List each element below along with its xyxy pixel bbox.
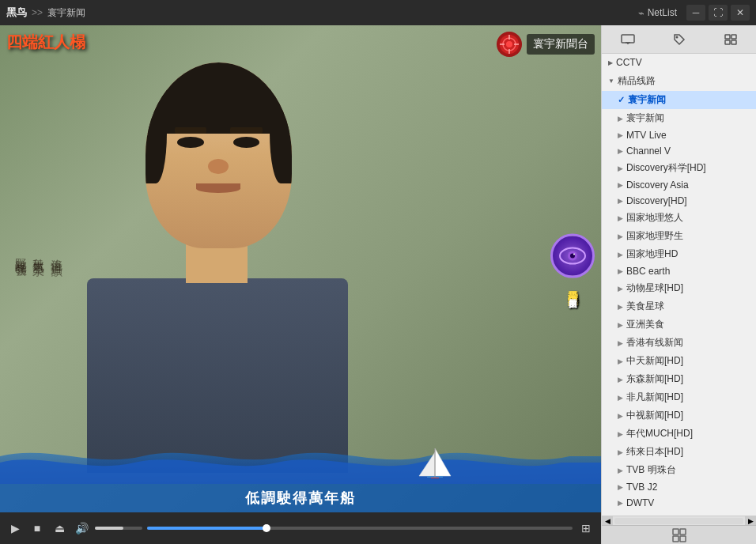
arrow-right-icon: ▶ <box>618 214 623 222</box>
channel-item-label: TVB J2 <box>626 482 657 493</box>
cctv-label: CCTV <box>616 57 642 68</box>
channel-item-tvb-j2[interactable]: ▶ TVB J2 <box>602 479 756 495</box>
arrow-right-icon: ▶ <box>618 499 623 507</box>
svg-rect-23 <box>731 40 736 44</box>
tab-grid[interactable] <box>718 31 743 48</box>
video-player[interactable]: 野龍峰嶺雲 秋天氣墨泉 流俗書道韻 <box>0 25 601 512</box>
volume-button[interactable]: 🔊 <box>73 519 90 537</box>
arrow-right-icon: ▶ <box>618 430 623 438</box>
channel-item-zhongshi-news[interactable]: ▶ 中视新闻[HD] <box>602 406 756 425</box>
title-bar: 黑鸟 >> 寰宇新闻 ⌁ NetList ─ ⛶ ✕ <box>0 0 756 25</box>
channel-item-channel-v[interactable]: ▶ Channel V <box>602 143 756 159</box>
svg-rect-22 <box>725 40 730 44</box>
arrow-right-icon: ▶ <box>618 251 623 259</box>
channel-item-label: 中视新闻[HD] <box>626 409 683 422</box>
eject-button[interactable]: ⏏ <box>51 519 68 537</box>
svg-rect-21 <box>731 35 736 39</box>
channel-list[interactable]: ▶ CCTV ▼ 精品线路 ✓ 寰宇新闻 ▶ 寰宇新闻 <box>602 54 756 516</box>
channel-item-label: Channel V <box>626 145 671 157</box>
tab-display[interactable] <box>614 31 641 48</box>
channel-item-label: 寰宇新闻 <box>628 93 666 107</box>
arrow-right-icon: ▶ <box>618 394 623 402</box>
channel-item-label: 国家地理HD <box>626 247 678 261</box>
arrow-right-icon: ▶ <box>618 164 623 172</box>
video-area: 野龍峰嶺雲 秋天氣墨泉 流俗書道韻 <box>0 25 601 544</box>
tab-tags[interactable] <box>667 30 692 49</box>
channel-item-discovery-asia[interactable]: ▶ Discovery Asia <box>602 177 756 193</box>
svg-rect-24 <box>673 529 679 535</box>
channel-item-huanyu-news-active[interactable]: ✓ 寰宇新闻 <box>602 91 756 109</box>
subtitle-text: 低調駛得萬年船 <box>0 484 601 512</box>
channel-group-premium-header[interactable]: ▼ 精品线路 <box>602 71 756 91</box>
cctv-arrow-icon: ▶ <box>608 59 613 66</box>
channel-item-weilai-japan[interactable]: ▶ 纬来日本[HD] <box>602 443 756 461</box>
channel-item-mtv-live[interactable]: ▶ MTV Live <box>602 127 756 143</box>
video-bottom-overlay: 低調駛得萬年船 <box>0 440 601 512</box>
hscroll-right-button[interactable]: ▶ <box>745 516 756 526</box>
channel-group-cctv: ▶ CCTV <box>602 54 756 71</box>
channel-item-label: 动物星球[HD] <box>626 281 683 295</box>
svg-rect-25 <box>680 529 686 535</box>
channel-item-ctitv-news[interactable]: ▶ 中天新闻[HD] <box>602 352 756 370</box>
channel-item-label: 中天新闻[HD] <box>626 354 683 368</box>
hscroll-left-button[interactable]: ◀ <box>602 516 613 526</box>
channel-item-label: MTV Live <box>626 130 667 141</box>
channel-item-discovery-science[interactable]: ▶ Discovery科学[HD] <box>602 159 756 177</box>
svg-point-19 <box>676 36 679 38</box>
arrow-right-icon: ▶ <box>618 483 623 491</box>
arrow-right-icon: ▶ <box>618 181 623 189</box>
sidebar-horizontal-scrollbar: ◀ ▶ <box>602 516 756 525</box>
maximize-button[interactable]: ⛶ <box>709 5 728 21</box>
channel-item-label: DWTV <box>626 497 654 508</box>
arrow-right-icon: ▶ <box>618 131 623 139</box>
channel-group-cctv-header[interactable]: ▶ CCTV <box>602 54 756 71</box>
close-button[interactable]: ✕ <box>731 5 750 21</box>
app-logo: 黑鸟 <box>6 6 27 20</box>
title-separator: >> <box>32 7 43 18</box>
link-icon: ⌁ <box>638 7 644 19</box>
channel-item-dwtv[interactable]: ▶ DWTV <box>602 495 756 511</box>
volume-bar[interactable] <box>95 527 142 530</box>
arrow-right-icon: ▶ <box>618 285 623 293</box>
arrow-right-icon: ▶ <box>618 467 623 474</box>
show-info-overlay: 最強模王 陳漢典 倒數第二個男朋友 <box>550 234 595 293</box>
svg-rect-20 <box>725 35 730 39</box>
channel-item-fengfan-news[interactable]: ▶ 非凡新闻[HD] <box>602 388 756 406</box>
channel-item-nat-geo-hd[interactable]: ▶ 国家地理HD <box>602 245 756 263</box>
sidebar-bottom-grid-button[interactable] <box>602 525 756 544</box>
title-bar-left: 黑鸟 >> 寰宇新闻 <box>6 6 85 20</box>
channel-item-bbc-earth[interactable]: ▶ BBC earth <box>602 263 756 279</box>
channel-item-huanyu-news[interactable]: ▶ 寰宇新闻 <box>602 109 756 127</box>
channel-item-tvb-jade[interactable]: ▶ TVB 明珠台 <box>602 461 756 479</box>
svg-rect-27 <box>680 536 686 542</box>
channel-item-label: TVB 明珠台 <box>626 463 676 477</box>
channel-name-overlay: 寰宇新聞台 <box>527 34 595 55</box>
volume-filled <box>95 527 123 530</box>
channel-item-nat-geo-wild[interactable]: ▶ 国家地理野生 <box>602 227 756 245</box>
stop-button[interactable]: ■ <box>28 519 46 537</box>
channel-item-discovery-hd[interactable]: ▶ Discovery[HD] <box>602 193 756 209</box>
progress-thumb <box>263 524 270 532</box>
channel-item-asian-food[interactable]: ▶ 亚洲美食 <box>602 315 756 334</box>
channel-item-food-tv[interactable]: ▶ 美食星球 <box>602 297 756 315</box>
play-button[interactable]: ▶ <box>6 519 24 537</box>
eye-logo-icon <box>550 234 595 278</box>
grid-view-button[interactable]: ⊞ <box>577 519 595 537</box>
arrow-right-icon: ▶ <box>618 412 623 420</box>
channel-item-dongsen-news[interactable]: ▶ 东森新闻[HD] <box>602 370 756 388</box>
channel-item-hk-cable-news[interactable]: ▶ 香港有线新闻 <box>602 334 756 352</box>
show-corner-title: 四端紅人榻 <box>6 32 85 53</box>
channel-item-animal-planet[interactable]: ▶ 动物星球[HD] <box>602 279 756 297</box>
progress-bar[interactable] <box>147 527 573 530</box>
hscroll-track[interactable] <box>614 518 743 524</box>
arrow-right-icon: ▶ <box>618 339 623 347</box>
channel-group-premium: ▼ 精品线路 ✓ 寰宇新闻 ▶ 寰宇新闻 ▶ MTV Live ▶ <box>602 71 756 511</box>
channel-item-label: BBC earth <box>626 266 670 277</box>
svg-rect-26 <box>673 536 679 542</box>
title-bar-right: ⌁ NetList ─ ⛶ ✕ <box>638 5 750 21</box>
channel-item-nat-geo-people[interactable]: ▶ 国家地理悠人 <box>602 209 756 227</box>
arrow-right-icon: ▶ <box>618 376 623 383</box>
premium-arrow-icon: ▼ <box>608 77 614 85</box>
minimize-button[interactable]: ─ <box>686 5 705 21</box>
channel-item-nian-dai[interactable]: ▶ 年代MUCH[HD] <box>602 425 756 443</box>
